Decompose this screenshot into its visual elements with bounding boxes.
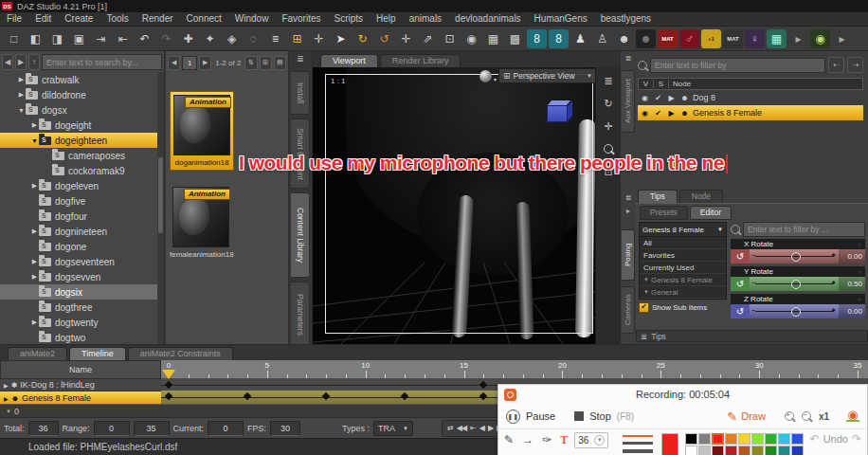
menu-item-scripts[interactable]: Scripts xyxy=(328,12,371,26)
menu-item-window[interactable]: Window xyxy=(228,12,276,26)
slider-plus[interactable]: ✦ xyxy=(830,251,837,260)
genesis8-action-2-button[interactable]: 8 xyxy=(549,29,569,48)
draw-style-ball-icon[interactable] xyxy=(479,70,492,82)
slider-knob[interactable] xyxy=(791,280,801,289)
draw-style-dropdown-arrow[interactable]: ▾ xyxy=(494,76,497,82)
tab-posing[interactable]: Posing xyxy=(622,229,635,281)
current-frame-field[interactable]: 0 xyxy=(208,421,244,436)
tree-item-dogsevven[interactable]: ▶dogsevven xyxy=(0,269,157,284)
group-tree-general[interactable]: ▼General xyxy=(640,286,726,299)
line-width-samples[interactable] xyxy=(623,435,653,453)
webcam-button[interactable]: ◉ xyxy=(846,410,859,422)
slider-track[interactable]: −✦ xyxy=(750,304,839,318)
undo-button[interactable]: ↶ xyxy=(135,29,154,48)
slider-minus[interactable]: − xyxy=(751,279,756,287)
filter-back-button[interactable]: ⇠ xyxy=(828,57,844,73)
group-tab-tips[interactable]: Tips xyxy=(638,190,678,203)
slider-track[interactable]: −✦ xyxy=(750,249,839,264)
tree-item-dogeighteen[interactable]: ▼dogeighteen xyxy=(0,133,157,148)
view-selector-dropdown[interactable]: ⊞ Perspective View ▼ xyxy=(498,68,597,83)
group-tree-genesis-8-female[interactable]: ▼Genesis 8 Female xyxy=(640,274,726,286)
pointer-tool-button[interactable]: ➤ xyxy=(331,29,351,48)
node-selector-dropdown[interactable]: Genesis 8 Female ▼ xyxy=(639,222,727,237)
text-tool-icon[interactable]: T xyxy=(560,432,568,447)
color-swatch[interactable] xyxy=(712,446,724,455)
female-action-button[interactable]: ♀ xyxy=(745,29,765,48)
menu-item-humangens[interactable]: HumanGens xyxy=(528,12,594,26)
nav-back-button[interactable]: ◀ xyxy=(2,54,13,70)
slider-plus[interactable]: ✦ xyxy=(830,279,837,287)
scene-filter-input[interactable] xyxy=(650,58,825,73)
total-frames-field[interactable]: 36 xyxy=(28,421,59,436)
expand-arrow-icon[interactable]: ▶ xyxy=(666,94,677,102)
types-dropdown[interactable]: TRA ▼ xyxy=(373,421,413,436)
spot-render-tool-button[interactable]: ▦ xyxy=(483,29,503,48)
eye-icon[interactable]: ◉ xyxy=(640,94,650,102)
slider-plus[interactable]: ✦ xyxy=(830,306,837,315)
arrow-tool-icon[interactable]: → xyxy=(522,432,533,447)
import-button[interactable]: ⇥ xyxy=(91,29,111,48)
loop-button[interactable]: ⇄ xyxy=(447,424,453,432)
eye-icon[interactable]: ◉ xyxy=(640,109,650,118)
keyframe[interactable] xyxy=(401,392,408,400)
current-color-swatch[interactable] xyxy=(661,433,678,455)
more-actions-1-button[interactable]: ▸ xyxy=(788,29,808,48)
selectable-icon[interactable]: ✔ xyxy=(653,109,663,118)
open-recent-button[interactable]: ◨ xyxy=(47,29,67,48)
tree-item-dogsx[interactable]: ▼dogsx xyxy=(0,102,157,118)
tree-item-dogthree[interactable]: dogthree xyxy=(0,300,157,315)
tree-search-input[interactable] xyxy=(42,54,162,70)
stop-button[interactable]: Stop xyxy=(589,410,611,422)
menu-item-create[interactable]: Create xyxy=(58,12,99,26)
node-selection-tool-button[interactable]: ⊡ xyxy=(440,29,460,48)
tips-bar[interactable]: ≣ Tips xyxy=(636,330,868,342)
more-actions-2-button[interactable]: ▸ xyxy=(832,29,852,48)
color-swatch[interactable] xyxy=(698,433,711,445)
slider-options-icon[interactable]: ○ xyxy=(858,297,861,302)
color-swatch[interactable] xyxy=(791,433,804,445)
color-swatch[interactable] xyxy=(725,446,737,455)
render-button[interactable]: ▩ xyxy=(505,29,525,48)
tree-scrollbar[interactable] xyxy=(157,72,164,344)
slider-minus[interactable]: − xyxy=(751,251,756,260)
expand-arrow-icon[interactable]: ▶ xyxy=(30,318,39,326)
orbit-icon[interactable]: ↻ xyxy=(596,94,621,113)
male-action-button[interactable]: ♂ xyxy=(679,29,699,48)
color-swatch[interactable] xyxy=(685,433,697,445)
figure-action-1-button[interactable]: ♟ xyxy=(570,29,590,48)
font-size-selector[interactable]: 36 ▾ xyxy=(574,432,608,448)
tree-item-dogfive[interactable]: dogfive xyxy=(0,193,157,209)
collapse-arrow-icon[interactable]: ▼ xyxy=(643,277,649,282)
list-view-button[interactable]: ▤ xyxy=(274,56,286,70)
range-start-field[interactable]: 0 xyxy=(94,421,130,436)
menu-item-render[interactable]: Render xyxy=(136,12,180,26)
tree-item-dogone[interactable]: dogone xyxy=(0,239,157,254)
create-camera-button[interactable]: ✚ xyxy=(178,29,198,48)
page-prev-button[interactable]: ◀ xyxy=(168,56,180,70)
expand-arrow-icon[interactable]: ▶ xyxy=(30,121,39,129)
collapse-arrow-icon[interactable]: ▼ xyxy=(30,137,39,144)
menu-item-tools[interactable]: Tools xyxy=(99,12,135,26)
genesis8-action-1-button[interactable]: 8 xyxy=(527,29,547,48)
pause-button[interactable]: Pause xyxy=(526,410,555,422)
scene-list-button[interactable]: ≡ xyxy=(265,29,285,48)
new-file-button[interactable]: □ xyxy=(4,29,24,48)
pane-menu-icon[interactable]: ≣ xyxy=(292,54,309,67)
dark-figure-action-button[interactable]: ☻ xyxy=(636,29,656,48)
plus-one-action-button[interactable]: +1 xyxy=(701,29,721,48)
range-end-field[interactable]: 35 xyxy=(134,421,170,436)
menu-item-favorites[interactable]: Favorites xyxy=(275,12,327,26)
color-swatch[interactable] xyxy=(738,446,750,455)
keyframe[interactable] xyxy=(165,381,172,389)
tab-install[interactable]: Install xyxy=(291,71,310,115)
slider-body[interactable]: ↺−✦0.00 xyxy=(731,304,865,318)
scene-node-genesis-8-female[interactable]: ◉✔▶☻Genesis 8 Female xyxy=(638,105,863,120)
content-item-doganimation18[interactable]: Animationdoganimation18 xyxy=(170,91,234,171)
playhead[interactable] xyxy=(162,370,175,379)
slider-knob[interactable] xyxy=(791,307,801,317)
fps-field[interactable]: 30 xyxy=(270,421,300,436)
mat-copy-red-button[interactable]: MAT xyxy=(658,29,678,48)
size-spinner[interactable]: ⇅ xyxy=(244,56,257,70)
scene-preset-action-button[interactable]: ▦ xyxy=(767,29,787,48)
tree-item-dogseventeen[interactable]: ▶dogseventeen xyxy=(0,254,157,269)
